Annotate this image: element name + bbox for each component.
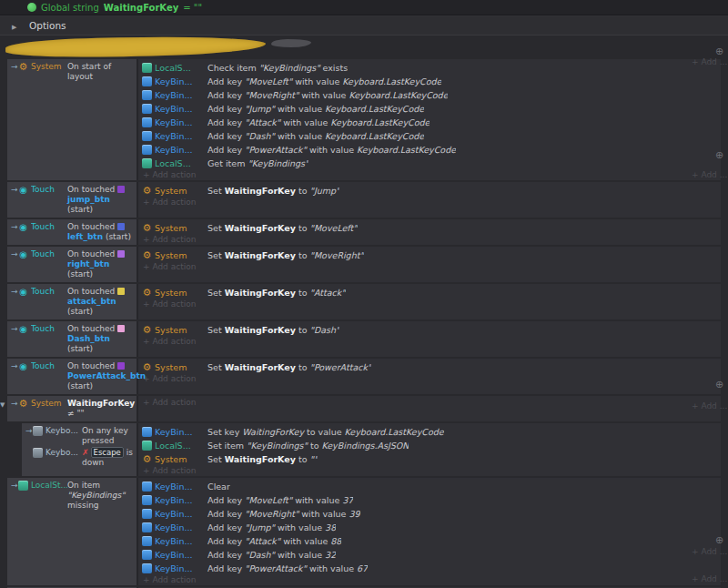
- global-variable-type: Global string: [41, 3, 99, 13]
- action[interactable]: SystemSet WaitingForKey to "MoveRight": [142, 248, 721, 262]
- action[interactable]: SystemSet WaitingForKey to "PowerAttack": [142, 360, 721, 374]
- add-action-link[interactable]: + Add action: [142, 374, 721, 384]
- text-segment: "MoveRight": [310, 250, 364, 260]
- add-action-link[interactable]: + Add action: [142, 170, 721, 180]
- action[interactable]: KeyBin...Add key "MoveLeft" with value K…: [142, 75, 721, 88]
- add-hint[interactable]: + Add ...: [692, 547, 728, 556]
- action[interactable]: SystemSet WaitingForKey to "MoveLeft": [142, 221, 721, 235]
- event-block[interactable]: TouchOn touched right_btn (start)SystemS…: [7, 247, 721, 282]
- action[interactable]: KeyBin...Add key "Dash" with value 32: [142, 548, 721, 562]
- system-icon: [142, 250, 152, 260]
- collapse-collapsed-icon[interactable]: [12, 20, 19, 31]
- event-block[interactable]: TouchOn touched left_btn (start)SystemSe…: [7, 219, 721, 245]
- action[interactable]: SystemSet WaitingForKey to "Attack": [142, 286, 721, 299]
- action[interactable]: KeyBin...Add key "Jump" with value 38: [142, 521, 721, 534]
- action[interactable]: KeyBin...Add key "Dash" with value Keybo…: [142, 129, 721, 143]
- system-icon: [142, 223, 152, 233]
- action[interactable]: SystemSet WaitingForKey to "Jump": [142, 184, 721, 198]
- sub-event-block[interactable]: Keybo...On any key pressedKeybo...Escape…: [22, 423, 721, 476]
- text-segment: Check item: [207, 63, 259, 73]
- add-action-link[interactable]: + Add action: [142, 398, 721, 408]
- add-event-plus-icon[interactable]: [715, 46, 726, 57]
- object-color-swatch: [117, 186, 125, 193]
- text-segment: Set: [207, 325, 225, 335]
- action[interactable]: KeyBin...Add key "MoveRight" with value …: [142, 507, 721, 521]
- event-block[interactable]: TouchOn touched jump_btn (start)SystemSe…: [7, 182, 721, 218]
- text-segment: (start): [67, 344, 93, 353]
- action[interactable]: KeyBin...Add key "MoveRight" with value …: [142, 88, 721, 102]
- add-action-link[interactable]: + Add action: [142, 262, 721, 272]
- options-group-header[interactable]: Options: [0, 15, 728, 35]
- condition[interactable]: SystemWaitingForKey ≠ "": [9, 398, 135, 420]
- condition[interactable]: SystemOn start of layout: [9, 61, 135, 83]
- event-block[interactable]: TouchOn touched attack_btn (start)System…: [7, 284, 721, 319]
- add-hint[interactable]: + Add ...: [692, 57, 728, 66]
- action[interactable]: KeyBin...Add key "PowerAttack" with valu…: [142, 562, 721, 575]
- add-action-plus-icon[interactable]: [715, 150, 726, 161]
- action[interactable]: KeyBin...Add key "Jump" with value Keybo…: [142, 102, 721, 116]
- event-block[interactable]: SystemOn start of layoutLocalS...Check i…: [7, 59, 721, 180]
- action[interactable]: KeyBin...Add key "MoveLeft" with value 3…: [142, 493, 721, 507]
- actions-cell: SystemSet WaitingForKey to "Attack"+ Add…: [138, 284, 721, 319]
- event-block[interactable]: TouchOn touched PowerAttack_btn (start)S…: [7, 359, 721, 394]
- text-segment: 38: [325, 522, 336, 532]
- add-hint[interactable]: + Add ...: [692, 401, 728, 411]
- collapse-expanded-icon[interactable]: [0, 399, 7, 409]
- action-text: Add key "MoveLeft" with value Keyboard.L…: [207, 76, 441, 86]
- action[interactable]: SystemSet WaitingForKey to "": [142, 452, 721, 466]
- add-hint[interactable]: + Add ...: [692, 574, 728, 583]
- text-segment: (start): [67, 381, 93, 390]
- condition[interactable]: Keybo...Escape is down: [24, 447, 135, 469]
- add-event-plus-icon[interactable]: [715, 535, 726, 546]
- action[interactable]: SystemSet WaitingForKey to "Dash": [142, 323, 721, 337]
- condition-object-name: Touch: [31, 185, 67, 195]
- add-action-link[interactable]: + Add action: [142, 575, 721, 585]
- text-segment: missing: [67, 501, 99, 510]
- text-segment: On any key pressed: [82, 426, 128, 445]
- condition[interactable]: TouchOn touched jump_btn (start): [9, 184, 135, 216]
- text-segment: 32: [325, 550, 336, 560]
- text-segment: On touched: [67, 249, 117, 259]
- action[interactable]: KeyBin...Clear: [142, 480, 721, 493]
- condition[interactable]: Keybo...On any key pressed: [24, 425, 135, 447]
- condition[interactable]: TouchOn touched left_btn (start): [9, 221, 135, 243]
- system-icon: [142, 325, 152, 335]
- add-action-plus-icon[interactable]: [715, 380, 726, 390]
- object-color-swatch: [117, 250, 125, 258]
- action-text: Add key "PowerAttack" with value Keyboar…: [207, 145, 456, 155]
- action[interactable]: KeyBin...Add key "Attack" with value 88: [142, 534, 721, 548]
- condition-text: WaitingForKey ≠ "": [67, 399, 135, 419]
- action[interactable]: LocalS...Check item "KeyBindings" exists: [142, 61, 721, 75]
- global-variable-name: WaitingForKey: [104, 3, 178, 13]
- text-segment: Get item: [207, 158, 248, 168]
- event-block[interactable]: SystemWaitingForKey ≠ ""+ Add action: [7, 396, 721, 421]
- condition-object-name: Touch: [31, 222, 67, 232]
- condition[interactable]: TouchOn touched Dash_btn (start): [9, 323, 135, 355]
- text-segment: Set: [207, 186, 225, 196]
- condition[interactable]: TouchOn touched PowerAttack_btn (start): [9, 360, 135, 392]
- event-sheet-view: Global string WaitingForKey = "" Options…: [0, 0, 728, 588]
- condition[interactable]: TouchOn touched right_btn (start): [9, 248, 135, 280]
- text-segment: with value: [298, 509, 349, 519]
- condition[interactable]: TouchOn touched attack_btn (start): [9, 286, 135, 318]
- action[interactable]: KeyBin...Add key "PowerAttack" with valu…: [142, 143, 721, 157]
- action[interactable]: KeyBin...Set key WaitingForKey to value …: [142, 425, 721, 439]
- action[interactable]: KeyBin...Add key "Attack" with value Key…: [142, 116, 721, 129]
- add-action-link[interactable]: + Add action: [142, 198, 721, 208]
- add-action-link[interactable]: + Add action: [142, 299, 721, 309]
- condition-text: On any key pressed: [82, 426, 135, 446]
- add-action-link[interactable]: + Add action: [142, 466, 721, 476]
- text-segment: "Jump": [245, 522, 275, 532]
- global-variable-row[interactable]: Global string WaitingForKey = "": [0, 0, 728, 15]
- event-block[interactable]: TouchOn touched Dash_btn (start)SystemSe…: [7, 321, 721, 357]
- action[interactable]: LocalS...Get item "KeyBindings": [142, 157, 721, 170]
- action[interactable]: LocalS...Set item "KeyBindings" to KeyBi…: [142, 439, 721, 452]
- condition[interactable]: LocalSt...On item "KeyBindings" missing: [9, 480, 135, 512]
- action-object-name: KeyBin...: [155, 550, 207, 560]
- event-block[interactable]: LocalSt...On item "KeyBindings" missingK…: [7, 478, 721, 585]
- add-hint[interactable]: + Add ...: [692, 170, 728, 179]
- add-action-link[interactable]: + Add action: [142, 235, 721, 245]
- text-segment: Set: [207, 250, 225, 260]
- text-segment: 37: [342, 495, 353, 505]
- add-action-link[interactable]: + Add action: [142, 337, 721, 347]
